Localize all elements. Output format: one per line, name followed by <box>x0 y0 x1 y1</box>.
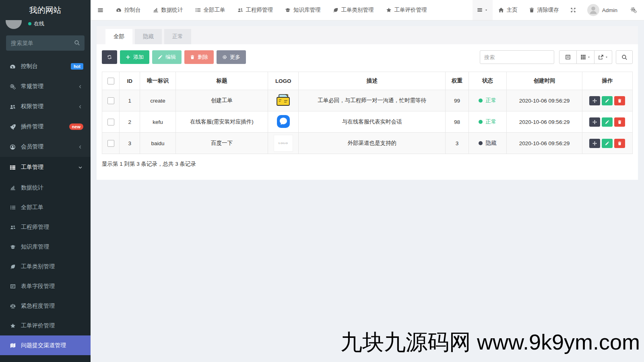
home-button[interactable]: 主页 <box>493 0 523 20</box>
topbar-tab-engineers[interactable]: 工程师管理 <box>231 0 279 20</box>
add-button[interactable]: 添加 <box>120 50 149 64</box>
sidebar-toggle-button[interactable] <box>91 0 110 20</box>
move-icon <box>592 141 597 146</box>
cogs-icon <box>10 84 16 90</box>
column-header[interactable]: 唯一标识 <box>140 72 175 90</box>
row-checkbox[interactable] <box>107 140 114 147</box>
edit-button[interactable]: 编辑 <box>152 50 182 64</box>
filter-tab-2[interactable]: 正常 <box>164 29 191 44</box>
cell-desc: 外部渠道也是支持的 <box>299 133 446 154</box>
detail-view-icon <box>565 54 571 60</box>
column-header[interactable]: 创建时间 <box>507 72 582 90</box>
settings-button[interactable] <box>623 0 644 20</box>
trash-icon <box>617 99 622 103</box>
admin-menu[interactable]: Admin <box>582 0 623 20</box>
sidebar-item-workorder[interactable]: 工单管理 <box>0 157 91 178</box>
fullscreen-button[interactable] <box>565 0 582 20</box>
move-icon <box>592 120 597 124</box>
sidebar-subitem-label: 问题提交渠道管理 <box>21 342 66 349</box>
cell-created: 2020-10-06 09:56:29 <box>507 133 582 154</box>
ticket-logo <box>276 94 291 107</box>
topbar-tab-categories[interactable]: 工单类别管理 <box>327 0 380 20</box>
row-delete-button[interactable] <box>614 117 625 127</box>
sidebar-subitem-urgency[interactable]: 紧急程度管理 <box>0 296 91 316</box>
sidebar-menu: 控制台hot常规管理权限管理插件管理new会员管理 <box>0 56 91 157</box>
drag-sort-button[interactable] <box>589 96 600 105</box>
clear-cache-button[interactable]: 清除缓存 <box>523 0 565 20</box>
select-all-checkbox[interactable] <box>107 78 114 84</box>
column-header[interactable]: 权重 <box>446 72 469 90</box>
row-edit-button[interactable] <box>602 139 613 148</box>
sidebar-subitem-form-fields[interactable]: 表单字段管理 <box>0 276 91 296</box>
topbar-tab-knowledge[interactable]: 知识库管理 <box>279 0 327 20</box>
table-search-input[interactable] <box>480 50 554 64</box>
topbar-tab-stats[interactable]: 数据统计 <box>147 0 189 20</box>
topbar-tab-label: 工单类别管理 <box>341 6 374 14</box>
row-edit-button[interactable] <box>602 96 613 105</box>
sidebar-subitem-stats[interactable]: 数据统计 <box>0 178 91 197</box>
column-header[interactable]: 描述 <box>299 72 446 90</box>
sidebar-subitem-knowledge[interactable]: 知识库管理 <box>0 237 91 257</box>
sidebar-subitem-all-orders[interactable]: 全部工单 <box>0 197 91 217</box>
topbar-tab-dashboard[interactable]: 控制台 <box>110 0 147 20</box>
column-header[interactable]: 标题 <box>175 72 268 90</box>
filter-tab-0[interactable]: 全部 <box>105 29 132 44</box>
cell-title: 创建工单 <box>175 90 268 111</box>
tab-list-dropdown-button[interactable] <box>473 0 493 20</box>
topbar-tab-label: 控制台 <box>124 6 141 14</box>
cell-actions <box>582 90 632 111</box>
home-icon <box>498 7 504 13</box>
caret-down-icon <box>587 56 590 59</box>
cell-weight: 99 <box>446 90 469 111</box>
search-icon <box>621 54 627 60</box>
export-icon <box>598 54 604 60</box>
row-delete-button[interactable] <box>614 96 625 105</box>
sidebar-subitem-channels[interactable]: 问题提交渠道管理 <box>0 335 91 355</box>
topbar-tab-ratings[interactable]: 工单评价管理 <box>380 0 433 20</box>
sidebar-subitem-engineers[interactable]: 工程师管理 <box>0 217 91 237</box>
search-submit-button[interactable] <box>616 50 633 64</box>
sidebar-item-label: 会员管理 <box>21 143 78 150</box>
sidebar-item-label: 权限管理 <box>21 103 78 110</box>
caret-down-icon <box>485 8 488 12</box>
column-header[interactable]: LOGO <box>268 72 299 90</box>
sidebar-item-dashboard[interactable]: 控制台hot <box>0 56 91 76</box>
detail-view-button[interactable] <box>559 50 577 64</box>
sidebar-item-auth[interactable]: 权限管理 <box>0 97 91 117</box>
column-header[interactable]: 操作 <box>582 72 632 90</box>
topbar-tab-all-orders[interactable]: 全部工单 <box>189 0 231 20</box>
row-checkbox[interactable] <box>107 97 114 104</box>
sidebar-subitem-categories[interactable]: 工单类别管理 <box>0 257 91 276</box>
site-title: 我的网站 <box>0 0 91 20</box>
row-delete-button[interactable] <box>614 139 625 148</box>
table-row: 2kefu在线客服(需安装对应插件)与在线客服代表实时会话98正常2020-10… <box>102 111 633 133</box>
more-button[interactable]: 更多 <box>217 50 246 64</box>
leaf-icon <box>10 264 16 269</box>
row-edit-button[interactable] <box>602 117 613 127</box>
cell-id: 1 <box>120 90 140 111</box>
columns-button[interactable] <box>577 50 594 64</box>
sidebar-item-label: 插件管理 <box>21 123 69 130</box>
row-checkbox[interactable] <box>107 119 114 125</box>
column-header[interactable]: ID <box>120 72 140 90</box>
pencil-icon <box>605 99 609 103</box>
sidebar-item-general[interactable]: 常规管理 <box>0 76 91 97</box>
drag-sort-button[interactable] <box>589 117 600 127</box>
delete-button[interactable]: 删除 <box>184 50 214 64</box>
filter-tab-1[interactable]: 隐藏 <box>135 29 162 44</box>
column-header[interactable]: 状态 <box>469 72 506 90</box>
search-icon <box>74 40 80 46</box>
sidebar-subitem-label: 数据统计 <box>21 184 43 191</box>
status-badge: 隐藏 <box>479 140 496 147</box>
menu-search-input[interactable] <box>6 35 85 51</box>
cell-created: 2020-10-06 09:56:29 <box>507 90 582 111</box>
sidebar-subitem-ratings[interactable]: 工单评价管理 <box>0 316 91 335</box>
sidebar-item-user[interactable]: 会员管理 <box>0 137 91 157</box>
refresh-button[interactable] <box>102 50 117 64</box>
user-avatar[interactable] <box>6 20 22 29</box>
view-button-group <box>559 50 612 64</box>
sidebar-item-addon[interactable]: 插件管理new <box>0 117 91 137</box>
users-icon <box>237 7 243 13</box>
drag-sort-button[interactable] <box>589 139 600 148</box>
export-button[interactable] <box>594 50 612 64</box>
